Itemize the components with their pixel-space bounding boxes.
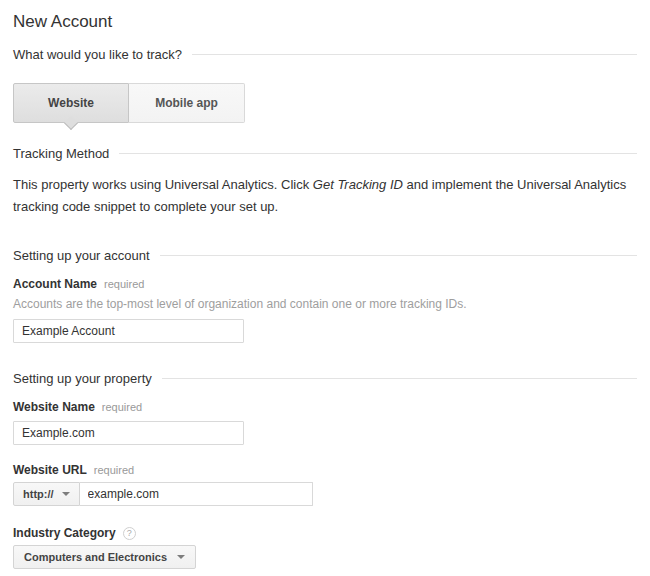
website-url-field: Website URL required http:// (13, 463, 637, 506)
tracking-method-heading: Tracking Method (13, 146, 637, 161)
tab-website-label: Website (48, 96, 94, 110)
website-name-label: Website Name (13, 400, 95, 414)
website-url-input[interactable] (80, 482, 313, 506)
section-divider (162, 378, 637, 379)
dropdown-arrow-icon (62, 492, 70, 496)
property-section-heading: Setting up your property (13, 371, 637, 386)
get-tracking-id-emphasis: Get Tracking ID (313, 177, 403, 192)
website-name-field: Website Name required (13, 400, 637, 445)
industry-category-label-row: Industry Category ? (13, 526, 637, 540)
website-url-label-row: Website URL required (13, 463, 637, 477)
new-account-page: New Account What would you like to track… (0, 0, 650, 576)
website-url-label: Website URL (13, 463, 87, 477)
account-name-label-row: Account Name required (13, 277, 637, 291)
account-name-helper-text: Accounts are the top-most level of organ… (13, 297, 637, 311)
account-section-title: Setting up your account (13, 248, 150, 263)
tab-mobile-app-label: Mobile app (155, 96, 218, 110)
industry-category-dropdown-wrap: Computers and Electronics (13, 545, 637, 569)
industry-category-value: Computers and Electronics (24, 551, 167, 563)
website-name-label-row: Website Name required (13, 400, 637, 414)
section-divider (160, 255, 637, 256)
account-name-field: Account Name required Accounts are the t… (13, 277, 637, 343)
industry-category-dropdown[interactable]: Computers and Electronics (13, 545, 196, 569)
account-name-input[interactable] (13, 319, 244, 343)
industry-category-field: Industry Category ? Computers and Electr… (13, 526, 637, 569)
dropdown-arrow-icon (177, 555, 185, 559)
track-section-title: What would you like to track? (13, 47, 182, 62)
tracking-method-title: Tracking Method (13, 146, 109, 161)
track-type-tabs: Website Mobile app (13, 83, 637, 123)
track-section-heading: What would you like to track? (13, 47, 637, 62)
website-url-group: http:// (13, 482, 637, 506)
description-text-start: This property works using Universal Anal… (13, 177, 313, 192)
tab-mobile-app[interactable]: Mobile app (129, 83, 245, 123)
tracking-method-description: This property works using Universal Anal… (13, 174, 635, 218)
page-title: New Account (13, 12, 637, 32)
account-section-heading: Setting up your account (13, 248, 637, 263)
section-divider (192, 54, 637, 55)
required-badge: required (94, 464, 134, 476)
website-name-input[interactable] (13, 421, 244, 445)
section-divider (119, 153, 637, 154)
url-protocol-dropdown[interactable]: http:// (13, 482, 80, 506)
url-protocol-value: http:// (23, 488, 54, 500)
help-icon[interactable]: ? (123, 527, 136, 540)
account-name-label: Account Name (13, 277, 97, 291)
industry-category-label: Industry Category (13, 526, 116, 540)
active-tab-pointer-icon (64, 116, 78, 130)
required-badge: required (104, 278, 144, 290)
property-section-title: Setting up your property (13, 371, 152, 386)
required-badge: required (102, 401, 142, 413)
tab-website[interactable]: Website (13, 83, 129, 123)
